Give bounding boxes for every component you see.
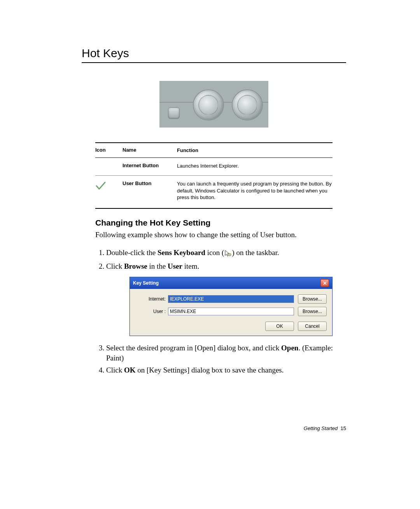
user-label: User : [135,308,168,315]
dialog-title: Key Setting [133,280,159,286]
title-rule [82,62,346,63]
cancel-button[interactable]: Cancel [298,322,327,331]
section-heading: Changing the Hot Key Setting [95,218,346,227]
step-3: Select the desired program in [Open] dia… [106,343,346,363]
page-footer: Getting Started 15 [304,425,346,431]
table-bottom-rule [95,208,332,209]
sens-keyboard-icon [224,249,232,259]
cell-icon [95,180,122,201]
footer-page-number: 15 [341,425,346,431]
step-bold: Sens Keyboard [158,248,205,257]
ok-button[interactable]: OK [265,322,294,331]
browse-user-button[interactable]: Browse... [298,307,327,316]
user-button-icon [232,89,263,121]
internet-field[interactable]: IEXPLORE.EXE [168,295,294,303]
internet-row: Internet: IEXPLORE.EXE Browse... [135,294,327,304]
checkmark-icon [95,181,106,191]
col-function: Function [177,147,332,154]
cell-name: User Button [122,180,177,201]
cell-name: Internet Button [122,163,177,170]
svg-point-0 [229,254,231,256]
step-text: item. [182,262,199,270]
cell-icon [95,163,122,170]
user-row: User : MSIMN.EXE Browse... [135,307,327,316]
step-bold: OK [124,366,136,374]
cell-function: You can launch a frequently used program… [177,180,332,201]
hotkeys-photo [159,81,268,128]
step-text: Click [106,262,124,270]
cell-function: Launches Internet Explorer. [177,163,332,170]
step-text: icon ( [205,248,224,257]
dialog-body: Internet: IEXPLORE.EXE Browse... User : … [130,289,332,336]
step-4: Click OK on [Key Settings] dialog box to… [106,365,346,375]
key-setting-dialog: Key Setting ✕ Internet: IEXPLORE.EXE Bro… [130,277,332,336]
user-field[interactable]: MSIMN.EXE [168,308,294,315]
key-setting-dialog-figure: Key Setting ✕ Internet: IEXPLORE.EXE Bro… [130,277,346,336]
section-lead: Following example shows how to change th… [95,231,346,239]
internet-label: Internet: [135,296,168,302]
step-text: Select the desired program in [Open] dia… [106,344,281,352]
step-2: Click Browse in the User item. Key Setti… [106,261,346,336]
table-row: User Button You can launch a frequently … [95,176,332,208]
step-text: in the [147,262,168,270]
dialog-titlebar: Key Setting ✕ [130,277,332,289]
wifi-button-icon [168,107,180,119]
step-bold: User [168,262,182,270]
browse-internet-button[interactable]: Browse... [298,294,327,304]
col-icon: Icon [95,147,122,154]
hotkeys-table: Icon Name Function Internet Button Launc… [95,142,332,209]
page-title: Hot Keys [82,47,346,60]
step-1: Double-click the Sens Keyboard icon ( ) … [106,248,346,259]
steps-list: Double-click the Sens Keyboard icon ( ) … [95,248,346,375]
step-text: Click [106,366,124,374]
dialog-actions: OK Cancel [135,322,327,331]
step-text: on [Key Settings] dialog box to save the… [135,366,284,374]
footer-section: Getting Started [304,425,338,431]
internet-button-icon [193,89,224,121]
col-name: Name [122,147,177,154]
step-bold: Open [281,344,298,352]
table-row: Internet Button Launches Internet Explor… [95,158,332,176]
step-text: Double-click the [106,248,158,257]
step-text: ) on the taskbar. [232,248,279,257]
step-bold: Browse [124,262,147,270]
table-header-row: Icon Name Function [95,143,332,158]
close-button[interactable]: ✕ [320,279,329,287]
